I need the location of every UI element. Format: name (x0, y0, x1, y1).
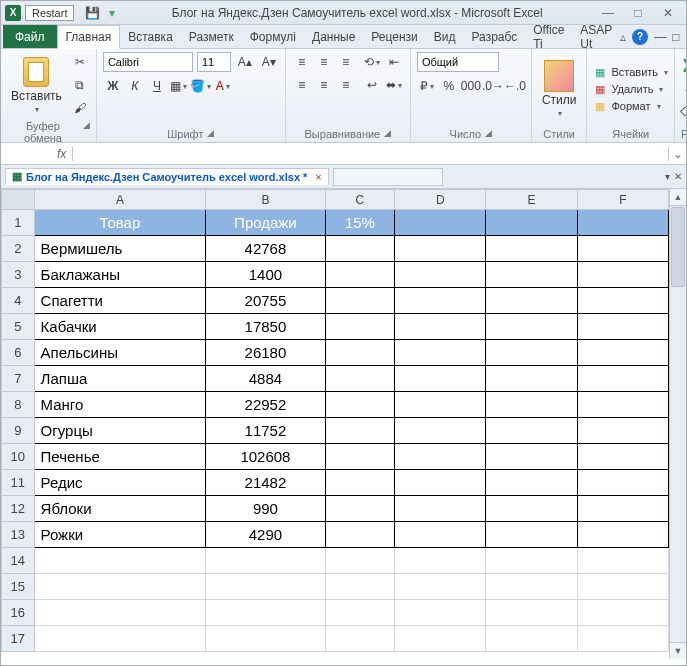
row-header[interactable]: 1 (2, 210, 35, 236)
font-size-select[interactable] (197, 52, 231, 72)
cell[interactable] (486, 262, 577, 288)
cell[interactable]: 22952 (206, 392, 325, 418)
cell[interactable] (577, 262, 668, 288)
format-cells-button[interactable]: ▦Формат▾ (593, 99, 668, 113)
row-header[interactable]: 7 (2, 366, 35, 392)
row-header[interactable]: 15 (2, 574, 35, 600)
cell[interactable] (395, 340, 486, 366)
cell[interactable] (325, 496, 395, 522)
cell[interactable] (34, 600, 206, 626)
col-header[interactable]: E (486, 190, 577, 210)
col-header[interactable]: F (577, 190, 668, 210)
cell[interactable] (577, 444, 668, 470)
cell[interactable] (577, 600, 668, 626)
scroll-up-icon[interactable]: ▲ (670, 189, 686, 206)
fill-color-button[interactable]: 🪣▾ (191, 76, 211, 96)
decrease-font-icon[interactable]: A▾ (259, 52, 279, 72)
align-top-icon[interactable]: ≡ (292, 52, 312, 72)
qat-dropdown-icon[interactable]: ▾ (104, 5, 120, 21)
tab-home[interactable]: Главная (57, 25, 121, 49)
cell[interactable] (325, 418, 395, 444)
vertical-scrollbar[interactable]: ▲ ▼ (669, 189, 686, 659)
format-painter-icon[interactable]: 🖌 (70, 98, 90, 118)
cell[interactable] (395, 392, 486, 418)
cell[interactable]: Лапша (34, 366, 206, 392)
maximize-button[interactable]: □ (624, 1, 652, 25)
cell[interactable]: Кабачки (34, 314, 206, 340)
cell[interactable]: 15% (325, 210, 395, 236)
cell[interactable]: 26180 (206, 340, 325, 366)
clear-icon[interactable]: ⌫▾ (681, 102, 687, 122)
cell[interactable] (577, 470, 668, 496)
save-icon[interactable]: 💾 (84, 5, 100, 21)
cell[interactable] (577, 340, 668, 366)
cell[interactable] (325, 262, 395, 288)
col-header[interactable]: B (206, 190, 325, 210)
cell[interactable]: Яблоки (34, 496, 206, 522)
cell[interactable]: 17850 (206, 314, 325, 340)
workbook-tab-close-icon[interactable]: × (315, 171, 321, 183)
align-right-icon[interactable]: ≡ (336, 75, 356, 95)
cell[interactable] (486, 600, 577, 626)
cell[interactable]: Печенье (34, 444, 206, 470)
cell[interactable] (577, 626, 668, 652)
cell[interactable] (395, 548, 486, 574)
cell[interactable]: Продажи (206, 210, 325, 236)
cell[interactable] (206, 600, 325, 626)
cell[interactable] (577, 548, 668, 574)
cell[interactable] (325, 470, 395, 496)
formula-expand-icon[interactable]: ⌄ (668, 147, 686, 161)
window-minimize-icon[interactable]: — (654, 30, 666, 44)
cell[interactable] (325, 366, 395, 392)
comma-icon[interactable]: 000 (461, 76, 481, 96)
cell[interactable]: 1400 (206, 262, 325, 288)
file-tab[interactable]: Файл (3, 25, 57, 48)
italic-button[interactable]: К (125, 76, 145, 96)
cell[interactable]: Рожки (34, 522, 206, 548)
alignment-launcher-icon[interactable]: ◢ (384, 128, 391, 140)
cell[interactable] (325, 314, 395, 340)
cell[interactable] (486, 470, 577, 496)
fill-icon[interactable]: ⬇▾ (681, 79, 687, 99)
merge-center-icon[interactable]: ⬌▾ (384, 75, 404, 95)
cell[interactable]: Товар (34, 210, 206, 236)
cell[interactable] (486, 522, 577, 548)
row-header[interactable]: 13 (2, 522, 35, 548)
cell[interactable] (486, 236, 577, 262)
cell[interactable] (395, 236, 486, 262)
cell[interactable] (486, 626, 577, 652)
cell[interactable]: Баклажаны (34, 262, 206, 288)
row-header[interactable]: 9 (2, 418, 35, 444)
cell[interactable] (325, 236, 395, 262)
cell[interactable] (206, 574, 325, 600)
tab-pagelayout[interactable]: Разметк (181, 25, 242, 48)
cell[interactable] (395, 210, 486, 236)
copy-icon[interactable]: ⧉ (70, 75, 90, 95)
cell[interactable] (486, 444, 577, 470)
delete-cells-button[interactable]: ▦Удалить▾ (593, 82, 668, 96)
cell[interactable] (486, 418, 577, 444)
align-center-icon[interactable]: ≡ (314, 75, 334, 95)
doc-restore-icon[interactable]: ▾ (665, 171, 670, 182)
cell[interactable] (486, 314, 577, 340)
row-header[interactable]: 17 (2, 626, 35, 652)
border-button[interactable]: ▦▾ (169, 76, 189, 96)
row-header[interactable]: 16 (2, 600, 35, 626)
cell[interactable] (325, 392, 395, 418)
paste-button[interactable]: Вставить ▾ (7, 55, 66, 116)
increase-font-icon[interactable]: A▴ (235, 52, 255, 72)
cell[interactable] (577, 236, 668, 262)
number-launcher-icon[interactable]: ◢ (485, 128, 492, 140)
tab-formulas[interactable]: Формулі (242, 25, 304, 48)
cell[interactable] (395, 444, 486, 470)
row-header[interactable]: 8 (2, 392, 35, 418)
font-name-select[interactable] (103, 52, 193, 72)
cell[interactable]: 11752 (206, 418, 325, 444)
cell[interactable] (577, 574, 668, 600)
cell[interactable] (486, 392, 577, 418)
cell[interactable] (325, 288, 395, 314)
tab-insert[interactable]: Вставка (120, 25, 181, 48)
cell[interactable]: 20755 (206, 288, 325, 314)
row-header[interactable]: 3 (2, 262, 35, 288)
cell[interactable] (577, 392, 668, 418)
